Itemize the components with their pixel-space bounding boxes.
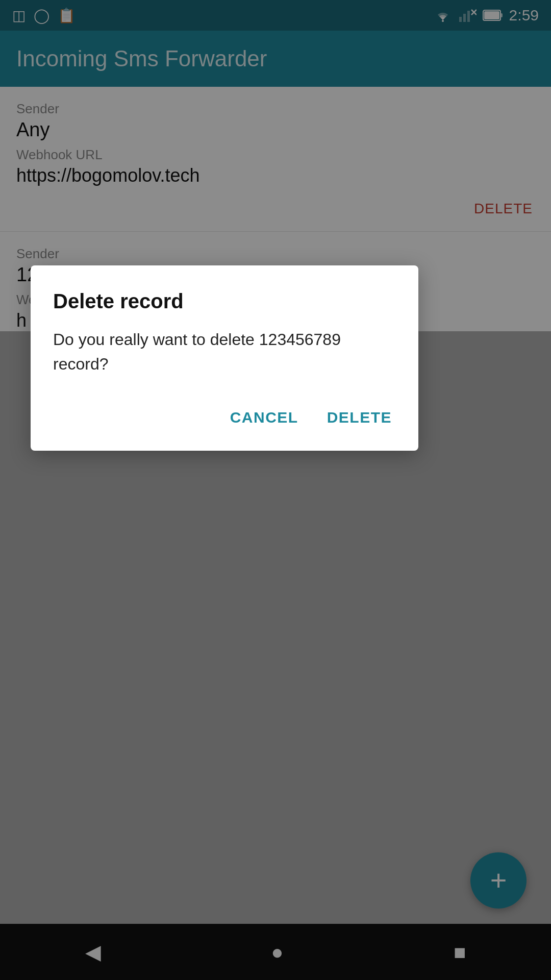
dialog-overlay bbox=[0, 0, 551, 980]
cancel-button[interactable]: CANCEL bbox=[226, 403, 303, 432]
confirm-delete-button[interactable]: DELETE bbox=[323, 403, 396, 432]
dialog-title: Delete record bbox=[53, 290, 396, 313]
delete-record-dialog: Delete record Do you really want to dele… bbox=[31, 265, 418, 451]
dialog-actions: CANCEL DELETE bbox=[53, 403, 396, 432]
dialog-message: Do you really want to delete 123456789 r… bbox=[53, 327, 396, 376]
